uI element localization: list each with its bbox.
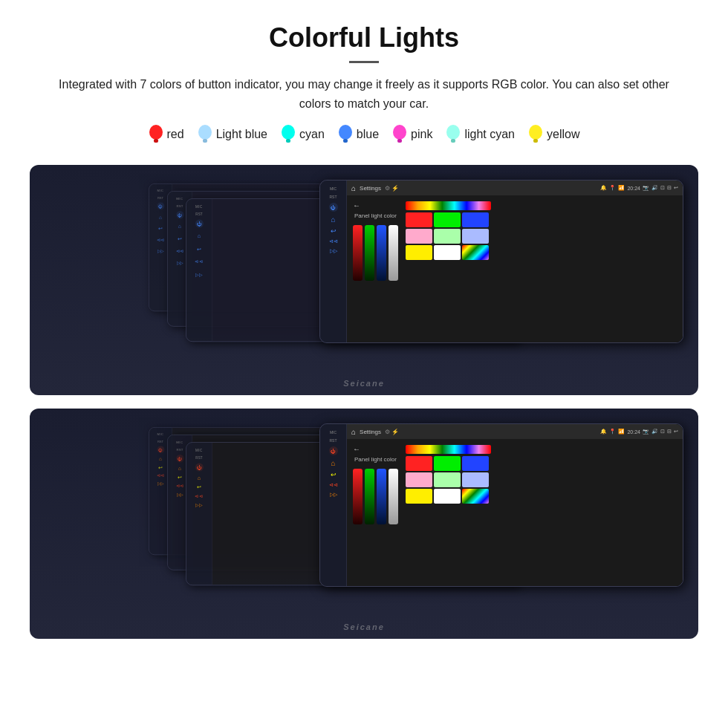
screen-body-bottom: ← Panel light color bbox=[347, 439, 683, 586]
swatch-lightgreen-top bbox=[434, 229, 461, 244]
slider-blue-top bbox=[377, 225, 386, 281]
slider-green-bottom bbox=[365, 469, 374, 524]
mic-label-5: MIC bbox=[157, 189, 164, 193]
screen-topbar-top: ⌂ Settings ⚙ ⚡ 🔔 📍 📶 20:24 📷 🔊 ⊡ ⊟ ↩ bbox=[347, 180, 683, 195]
main-side-panel-bottom: MIC RST ⏻ ⌂ ↩ ⊲⊲ ▷▷ bbox=[320, 424, 347, 586]
color-swatches-bottom bbox=[406, 456, 491, 504]
screen-time-bottom: 20:24 bbox=[627, 429, 640, 435]
home-screen-icon-top: ⌂ bbox=[351, 184, 356, 192]
skip-sym-4: ▷▷ bbox=[175, 259, 184, 268]
skip-sym-b4: ▷▷ bbox=[177, 492, 183, 498]
swatch-yellow-bottom bbox=[406, 489, 432, 504]
svg-point-6 bbox=[339, 125, 352, 140]
page-title: Colorful Lights bbox=[269, 22, 459, 53]
page-description: Integrated with 7 colors of button indic… bbox=[45, 75, 683, 113]
skip-sym-b3: ▷▷ bbox=[195, 503, 202, 508]
main-screen-bottom: ⌂ Settings ⚙ ⚡ 🔔 📍 📶 20:24 📷 🔊 ⊡ ⊟ ↩ bbox=[347, 424, 683, 586]
slider-blue-bottom bbox=[377, 469, 386, 524]
bulb-icon-cyan bbox=[281, 125, 296, 144]
color-item-yellow: yellow bbox=[528, 125, 579, 144]
units-row-bottom: MIC RST ⏻ ⌂ ↩ ⊲⊲ ▷▷ MIC RST ⏻ ⌂ bbox=[30, 409, 698, 639]
svg-rect-9 bbox=[397, 139, 402, 143]
home-icon-main-bottom: ⌂ bbox=[331, 459, 335, 467]
swatch-pink-top bbox=[406, 229, 432, 244]
bulb-icon-pink bbox=[392, 125, 407, 144]
watermark-bottom: Seicane bbox=[343, 622, 385, 631]
svg-rect-5 bbox=[286, 139, 290, 143]
color-label-yellow: yellow bbox=[547, 128, 579, 141]
power-dot-5: ⏻ bbox=[157, 203, 164, 210]
home-screen-icon-bottom: ⌂ bbox=[351, 428, 356, 436]
bulb-icon-lightblue bbox=[198, 125, 212, 144]
right-color-panel-top bbox=[406, 201, 491, 336]
bulb-icon-blue bbox=[338, 125, 353, 144]
home-sym-3: ⌂ bbox=[195, 231, 204, 241]
home-sym-5: ⌂ bbox=[156, 213, 164, 221]
swatch-pink-bottom bbox=[406, 472, 432, 487]
color-indicators-row: red Light blue cyan blue pink bbox=[149, 125, 580, 144]
right-color-panel-bottom bbox=[406, 445, 491, 580]
slider-white-bottom bbox=[389, 469, 398, 524]
home-sym-4: ⌂ bbox=[175, 222, 184, 231]
color-item-blue: blue bbox=[338, 125, 379, 144]
bulb-icon-yellow bbox=[528, 125, 543, 144]
vol-icon-main-top: ⊲⊲ bbox=[329, 238, 338, 244]
back-sym-4: ↩ bbox=[175, 234, 184, 243]
power-dot-b4: ⏻ bbox=[176, 455, 183, 462]
swatch-yellow-top bbox=[406, 245, 432, 260]
screen-time-top: 20:24 bbox=[627, 186, 640, 191]
spectrum-bar-top bbox=[406, 201, 491, 210]
sliders-bottom bbox=[353, 469, 398, 524]
color-item-pink: pink bbox=[392, 125, 432, 144]
watermark-top: Seicane bbox=[343, 379, 385, 388]
swatch-rainbow-top bbox=[462, 245, 489, 260]
settings-label-bottom: Settings bbox=[360, 429, 381, 435]
skip-sym-3: ▷▷ bbox=[195, 270, 204, 280]
svg-point-10 bbox=[446, 125, 460, 140]
back-sym-b5: ↩ bbox=[158, 465, 163, 470]
power-icon-main-top: ⏻ bbox=[329, 203, 338, 212]
svg-point-8 bbox=[393, 125, 406, 140]
skip-sym-b5: ▷▷ bbox=[157, 481, 163, 487]
svg-point-4 bbox=[282, 125, 295, 140]
home-sym-b3: ⌂ bbox=[198, 475, 201, 481]
bottom-product-image: MIC RST ⏻ ⌂ ↩ ⊲⊲ ▷▷ MIC RST ⏻ ⌂ bbox=[30, 409, 698, 639]
color-item-lightblue: Light blue bbox=[198, 125, 267, 144]
units-row-top: MIC RST ⏻ ⌂ ↩ ⊲⊲ ▷▷ MIC RST bbox=[30, 165, 698, 395]
color-item-lightcyan: light cyan bbox=[446, 125, 515, 144]
svg-rect-7 bbox=[343, 139, 348, 143]
panel-color-label-top: Panel light color bbox=[353, 212, 398, 219]
slider-white-top bbox=[389, 225, 398, 281]
vol-sym-4: ⊲⊲ bbox=[175, 247, 184, 256]
swatch-red-top bbox=[406, 212, 432, 227]
back-icon-main-top: ↩ bbox=[331, 227, 337, 235]
home-icon-main-top: ⌂ bbox=[331, 215, 335, 224]
vol-sym-b4: ⊲⊲ bbox=[176, 484, 183, 489]
vol-sym-b3: ⊲⊲ bbox=[195, 494, 203, 499]
skip-sym-5: ▷▷ bbox=[156, 247, 164, 256]
color-item-red: red bbox=[149, 125, 184, 144]
rst-label-5: RST bbox=[157, 196, 163, 200]
back-sym-b4: ↩ bbox=[178, 475, 182, 481]
vol-sym-5: ⊲⊲ bbox=[156, 236, 164, 244]
svg-rect-1 bbox=[154, 139, 158, 143]
screen-body-top: ← Panel light color bbox=[347, 195, 683, 342]
svg-rect-3 bbox=[203, 139, 207, 143]
back-arrow-top: ← bbox=[353, 201, 398, 209]
slider-red-bottom bbox=[353, 469, 363, 524]
side-panel-3: MIC RST ⏻ ⌂ ↩ ⊲⊲ ▷▷ bbox=[186, 199, 212, 341]
swatch-blue-bottom bbox=[462, 456, 489, 471]
vol-icon-main-bottom: ⊲⊲ bbox=[329, 482, 338, 488]
svg-point-2 bbox=[198, 125, 212, 140]
swatch-lightblue-bottom bbox=[462, 472, 489, 487]
power-dot-4: ⏻ bbox=[176, 211, 183, 218]
bulb-icon-red bbox=[149, 125, 163, 144]
swatch-red-bottom bbox=[406, 456, 432, 471]
side-panel-b3: MIC RST ⏻ ⌂ ↩ ⊲⊲ ▷▷ bbox=[186, 443, 212, 585]
screen-topbar-bottom: ⌂ Settings ⚙ ⚡ 🔔 📍 📶 20:24 📷 🔊 ⊡ ⊟ ↩ bbox=[347, 424, 683, 439]
main-unit-bottom: MIC RST ⏻ ⌂ ↩ ⊲⊲ ▷▷ ⌂ Settings ⚙ ⚡ 🔔 bbox=[319, 423, 683, 587]
back-sym-3: ↩ bbox=[195, 244, 204, 254]
svg-point-0 bbox=[149, 125, 163, 140]
power-icon-main-bottom: ⏻ bbox=[329, 446, 338, 455]
vol-sym-3: ⊲⊲ bbox=[195, 257, 204, 267]
